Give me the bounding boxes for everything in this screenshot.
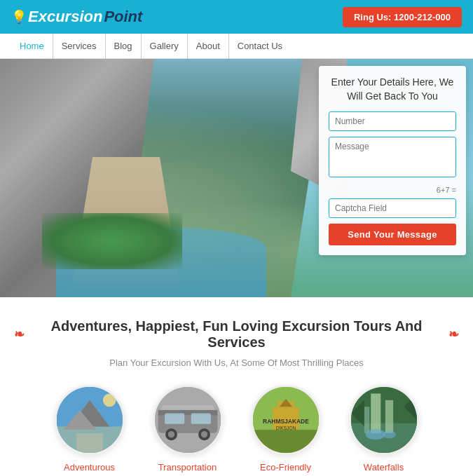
- navigation: Home Services Blog Gallery About Contact…: [0, 34, 473, 59]
- captcha-input[interactable]: [329, 198, 456, 218]
- svg-point-5: [102, 393, 116, 407]
- logo-icon: 💡: [11, 9, 27, 25]
- title-icon-left: ❧: [14, 327, 25, 342]
- captcha-row: 6+7 =: [329, 186, 456, 194]
- circle-img-eco: RAHMSJAKADE DIKSJON: [251, 385, 321, 455]
- number-input[interactable]: [329, 111, 456, 131]
- circle-waterfalls: Waterfalls: [342, 385, 426, 472]
- svg-rect-24: [351, 423, 417, 453]
- main-content: ❧ Adventures, Happiest, Fun Loving Excur…: [0, 297, 473, 476]
- nav-about[interactable]: About: [188, 34, 229, 59]
- nav-gallery[interactable]: Gallery: [142, 34, 188, 59]
- circle-label-transportation: Transportation: [158, 462, 217, 472]
- logo-excursion: Excursion: [28, 8, 102, 26]
- svg-text:RAHMSJAKADE: RAHMSJAKADE: [263, 418, 309, 425]
- section-subtitle: Plan Your Excursion With Us, At Some Of …: [14, 358, 459, 368]
- svg-rect-25: [371, 393, 381, 433]
- svg-rect-4: [76, 433, 103, 453]
- circle-label-waterfalls: Waterfalls: [364, 462, 404, 472]
- svg-text:DIKSJON: DIKSJON: [275, 426, 296, 430]
- captcha-equation: 6+7 =: [437, 186, 456, 194]
- nav-contact[interactable]: Contact Us: [229, 34, 291, 59]
- logo: 💡 ExcursionPoint: [11, 8, 142, 26]
- message-input[interactable]: [329, 137, 456, 177]
- circles-row: Adventurous Transportation: [14, 385, 459, 476]
- hero-greenery: [42, 213, 182, 269]
- hero-section: Enter Your Details Here, We Will Get Bac…: [0, 59, 473, 297]
- send-message-button[interactable]: Send Your Message: [329, 224, 456, 245]
- circle-label-eco: Eco-Friendly: [260, 462, 311, 472]
- circle-img-transportation: [153, 385, 223, 455]
- section-title: ❧ Adventures, Happiest, Fun Loving Excur…: [14, 318, 459, 351]
- svg-point-11: [167, 431, 174, 437]
- nav-services[interactable]: Services: [53, 34, 106, 59]
- contact-form-card: Enter Your Details Here, We Will Get Bac…: [319, 66, 466, 255]
- circle-transportation: Transportation: [146, 385, 230, 472]
- svg-rect-14: [165, 414, 184, 424]
- section-title-text: Adventures, Happiest, Fun Loving Excursi…: [32, 318, 441, 351]
- svg-rect-26: [385, 400, 392, 433]
- contact-form-title: Enter Your Details Here, We Will Get Bac…: [329, 76, 456, 103]
- svg-point-28: [365, 429, 385, 440]
- header: 💡 ExcursionPoint Ring Us: 1200-212-000: [0, 0, 473, 34]
- logo-point: Point: [104, 8, 142, 26]
- svg-rect-17: [253, 430, 319, 453]
- svg-rect-27: [364, 407, 369, 433]
- ring-button[interactable]: Ring Us: 1200-212-000: [343, 7, 462, 27]
- svg-point-29: [383, 430, 396, 438]
- circle-eco: RAHMSJAKADE DIKSJON Eco-Friendly: [244, 385, 328, 472]
- nav-blog[interactable]: Blog: [106, 34, 142, 59]
- svg-rect-15: [191, 414, 210, 424]
- nav-home[interactable]: Home: [11, 34, 53, 59]
- title-icon-right: ❧: [448, 327, 459, 342]
- circle-label-adventurous: Adventurous: [64, 462, 115, 472]
- circle-img-adventurous: [55, 385, 125, 455]
- svg-point-13: [200, 431, 207, 437]
- circle-img-waterfalls: [349, 385, 419, 455]
- circle-adventurous: Adventurous: [48, 385, 132, 472]
